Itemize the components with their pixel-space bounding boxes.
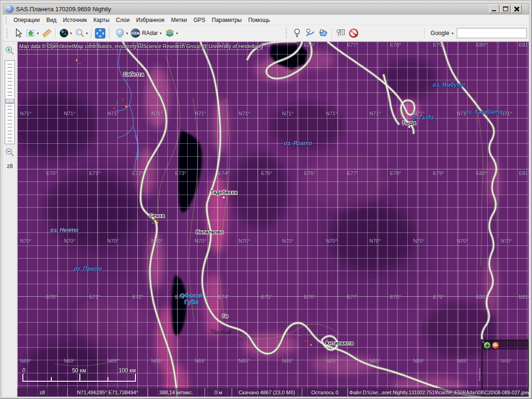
zoom-level-label: z8	[7, 163, 13, 169]
dropdown-caret-icon[interactable]: ▾	[176, 31, 178, 35]
map-source-selector[interactable]: OSM RAdar ▾	[129, 27, 163, 40]
dropdown-caret-icon[interactable]: ▾	[86, 31, 88, 35]
placemark-icon	[292, 28, 302, 38]
placemark-list-icon	[335, 28, 346, 38]
statusbar-cell: z8	[17, 388, 68, 397]
search-combobox[interactable]	[457, 28, 527, 38]
minimap-grip[interactable]	[479, 369, 481, 381]
maximize-button[interactable]	[500, 5, 511, 13]
add-path-button[interactable]	[304, 27, 317, 40]
menu-item[interactable]: Параметры	[209, 15, 245, 25]
app-window: SAS.Планета 170209.9659 Nightly Операции…	[0, 0, 532, 399]
menu-item[interactable]: Операции	[10, 15, 43, 25]
select-cursor-button[interactable]	[11, 27, 24, 40]
toolbar-grip[interactable]	[286, 28, 289, 38]
menu-item[interactable]: Избранное	[133, 15, 168, 25]
app-icon	[6, 5, 14, 13]
osm-logo-icon: OSM	[131, 28, 140, 38]
zoom-out-icon	[5, 147, 15, 158]
menu-item[interactable]: Источник	[60, 15, 90, 25]
add-placemark-button[interactable]	[291, 27, 304, 40]
scale-mid-label: 50 км	[72, 367, 86, 374]
ruler-icon	[42, 28, 52, 38]
toolbar-separator	[332, 28, 332, 39]
menu-bar: ОперацииВидИсточникКартыСлоиИзбранноеМет…	[3, 15, 529, 25]
map-attribution[interactable]: Map data © OpenStreetMap contributors, r…	[19, 43, 263, 50]
scale-start-label: 0	[22, 367, 26, 374]
selection-rect-icon	[26, 28, 36, 38]
radar-source-button[interactable]: ▾	[57, 27, 73, 40]
internet-source-button[interactable]: ▾	[113, 27, 129, 40]
search-tool-button[interactable]: ▾	[73, 27, 89, 40]
layers-icon	[164, 28, 175, 38]
scale-bar: 0 50 км 100 км	[22, 367, 136, 382]
dropdown-caret-icon[interactable]: ▾	[70, 31, 72, 35]
statusbar-cell: 388,14 м/пикс.	[148, 388, 205, 397]
toolbar-grip[interactable]	[7, 28, 9, 38]
fullscreen-button[interactable]	[93, 27, 107, 40]
block-icon	[348, 28, 359, 38]
status-bar: z8N71,496285° E71,738494°388,14 м/пикс.0…	[17, 388, 529, 397]
zoom-slider-thumb[interactable]	[6, 99, 14, 104]
dropdown-caret-icon[interactable]: ▾	[452, 31, 454, 35]
dark-globe-icon	[59, 28, 69, 38]
statusbar-cell: Файл D:\Use...anet.Nightly.131002.7519\c…	[348, 388, 529, 397]
scale-ruler	[22, 374, 136, 382]
selection-tool-button[interactable]: ▾	[24, 27, 40, 40]
menu-item[interactable]: Помощь	[245, 15, 273, 25]
layers-selector[interactable]: ▾	[163, 27, 179, 40]
zoom-in-button[interactable]	[4, 45, 15, 56]
toolbar-separator	[91, 28, 92, 39]
fullscreen-icon	[95, 28, 106, 39]
add-polygon-button[interactable]	[317, 27, 330, 40]
statusbar-cell: Осталось 0	[302, 388, 348, 397]
menu-item[interactable]: GPS	[190, 15, 208, 25]
menu-grip[interactable]	[6, 16, 8, 24]
menu-item[interactable]: Вид	[43, 15, 60, 25]
menu-item[interactable]: Слои	[113, 15, 133, 25]
menu-item[interactable]: Метки	[168, 15, 190, 25]
minimap-zoom-in-button[interactable]	[484, 342, 490, 349]
ruler-tool-button[interactable]	[40, 27, 53, 40]
dropdown-caret-icon[interactable]: ▾	[126, 31, 128, 35]
dropdown-caret-icon[interactable]: ▾	[37, 31, 39, 35]
title-bar[interactable]: SAS.Планета 170209.9659 Nightly	[3, 3, 529, 14]
statusbar-cell: 0 м	[205, 388, 232, 397]
cursor-arrow-icon	[13, 28, 23, 38]
menu-item[interactable]: Карты	[90, 15, 113, 25]
minimap-zoom-out-button[interactable]	[492, 342, 499, 349]
zoom-slider[interactable]	[5, 60, 15, 144]
statusbar-cell: Скачано 4867 (23,0 Мб)	[232, 388, 302, 397]
scale-end-label: 100 км	[119, 367, 136, 374]
zoom-in-icon	[5, 46, 15, 56]
minimap-header	[482, 341, 528, 350]
minimize-button[interactable]	[489, 5, 499, 13]
window-title: SAS.Планета 170209.9659 Nightly	[16, 6, 111, 13]
toolbar-separator	[424, 28, 425, 39]
zoom-out-button[interactable]	[4, 147, 15, 158]
map-terrain	[17, 42, 529, 397]
zoom-sidebar: z8	[3, 42, 17, 397]
toolbar-grip[interactable]	[109, 28, 112, 38]
search-provider-label: Google	[431, 30, 449, 36]
polygon-icon	[318, 28, 328, 38]
placemark-manager-button[interactable]	[334, 27, 347, 40]
globe-icon	[115, 28, 125, 38]
path-icon	[305, 28, 315, 38]
dropdown-caret-icon[interactable]: ▾	[160, 31, 162, 35]
magnifier-icon	[75, 28, 85, 38]
map-source-label: RAdar	[142, 30, 158, 36]
statusbar-cell: N71,496285° E71,738494°	[68, 388, 148, 397]
hide-placemarks-button[interactable]	[347, 27, 360, 40]
toolbar: ▾ ▾	[3, 25, 529, 42]
search-provider-selector[interactable]: Google ▾	[426, 27, 455, 40]
close-button[interactable]	[511, 5, 522, 13]
search-input[interactable]	[457, 29, 532, 37]
map-canvas[interactable]: N71°N71°N71°N71°N71°N71°N71°N71°N71°N71°…	[17, 42, 529, 397]
toolbar-separator	[55, 28, 56, 39]
